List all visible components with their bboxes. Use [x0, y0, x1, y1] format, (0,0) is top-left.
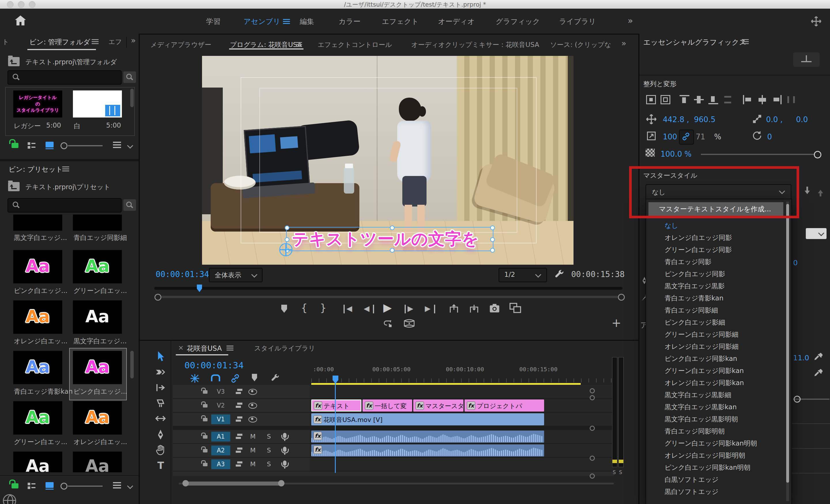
step-back-icon[interactable]: ◀: [364, 304, 370, 313]
lock-icon[interactable]: [203, 404, 208, 407]
go-to-in-icon[interactable]: [344, 305, 345, 313]
selection-handle[interactable]: [390, 248, 394, 253]
workspace-tab-color[interactable]: カラー: [339, 17, 360, 26]
comparison-view-icon[interactable]: [509, 302, 522, 314]
opacity-value[interactable]: 100.0 %: [661, 150, 691, 158]
menu-scrollbar-thumb[interactable]: [786, 204, 789, 483]
timeline-timecode[interactable]: 00:00:01:34: [185, 360, 244, 370]
go-to-out-icon[interactable]: ▶: [425, 304, 430, 313]
solo-button[interactable]: S: [267, 447, 271, 454]
go-to-in-icon[interactable]: ◀: [346, 304, 352, 313]
preset-label[interactable]: 黒文字白エッジ...: [14, 233, 67, 242]
style-option[interactable]: グリーン白エッジ同影kan: [648, 365, 797, 377]
selection-handle[interactable]: [285, 237, 289, 242]
sync-lock-icon[interactable]: [236, 447, 243, 453]
meter-solo-label[interactable]: S: [619, 469, 622, 475]
track-scroll-knob[interactable]: [589, 426, 595, 431]
style-option[interactable]: ピンク白エッジ影細: [648, 316, 797, 328]
ruler-ticks[interactable]: [311, 378, 614, 382]
workspace-tab-edit[interactable]: 編集: [300, 17, 314, 26]
lift-icon[interactable]: [448, 303, 459, 314]
bin-item-name[interactable]: 白: [74, 122, 81, 131]
monitor-panel-menu-icon[interactable]: [295, 42, 302, 47]
left-tab-overflow-icon[interactable]: »: [131, 36, 136, 45]
align-bottom-icon[interactable]: [708, 95, 718, 104]
selection-handle[interactable]: [490, 226, 495, 230]
workspace-tab-graphics[interactable]: グラフィック: [496, 17, 540, 26]
razor-tool[interactable]: [156, 399, 165, 408]
timeline-marker-icon[interactable]: [252, 374, 257, 381]
pen-tool[interactable]: [156, 429, 165, 440]
style-option[interactable]: 黒文字白エッジ黒影: [648, 280, 797, 292]
sync-lock-icon[interactable]: [236, 416, 243, 422]
style-option[interactable]: ピンク白エッジ同影: [648, 268, 797, 280]
program-timecode[interactable]: 00:00:01:34: [156, 270, 209, 279]
step-forward-icon[interactable]: ▶: [408, 304, 413, 313]
preset-thumbnail[interactable]: Aa: [73, 401, 122, 435]
extract-icon[interactable]: [469, 303, 480, 314]
workspace-overflow-icon[interactable]: »: [628, 15, 633, 26]
list-view-icon[interactable]: [28, 483, 36, 489]
monitor-zoom-track[interactable]: [161, 296, 618, 298]
anchor-y-value[interactable]: 0.0: [796, 115, 808, 124]
style-option[interactable]: 青白エッジ同影明朝: [648, 425, 797, 437]
style-option[interactable]: 青白エッジ同影細: [648, 304, 797, 316]
immersive-video-icon[interactable]: [404, 318, 415, 328]
preset-thumbnail[interactable]: Aa: [13, 401, 62, 435]
mute-button[interactable]: M: [250, 461, 256, 468]
hscroll-handle-left[interactable]: [183, 480, 189, 486]
workspace-tab-libraries[interactable]: ライブラリ: [559, 17, 596, 26]
selection-handle[interactable]: [285, 226, 289, 230]
style-option[interactable]: 青白エッジ青影kan: [648, 292, 797, 304]
font-style-select-fragment[interactable]: [806, 228, 827, 239]
hscroll-handle-right[interactable]: [278, 480, 284, 486]
align-vertical-center-icon[interactable]: [694, 95, 704, 104]
preset-thumbnail[interactable]: Aa: [73, 300, 122, 334]
tab-effect-controls[interactable]: エフェクトコントロール: [318, 40, 392, 49]
voiceover-mic-icon[interactable]: [283, 433, 286, 438]
parent-folder-icon[interactable]: [8, 182, 20, 191]
opacity-slider-handle[interactable]: [814, 151, 821, 158]
track-scroll-knob[interactable]: [589, 473, 595, 479]
rotation-value[interactable]: 0: [767, 132, 772, 141]
style-option[interactable]: 黒白ソフトエッジ: [648, 485, 797, 498]
track-select-tool[interactable]: [155, 368, 166, 377]
track-output-eye-icon[interactable]: [248, 403, 257, 409]
style-option[interactable]: 黒文字白エッジ黒影細: [648, 389, 797, 401]
tab-style-library[interactable]: スタイルライブラリ: [254, 344, 315, 353]
track-label[interactable]: V3: [211, 387, 230, 397]
bin-panel-menu-icon[interactable]: [92, 39, 99, 44]
align-horizontal-center-icon[interactable]: [757, 95, 767, 104]
style-option[interactable]: オレンジ白エッジ同影細: [648, 340, 797, 352]
tab-bin-folder[interactable]: ビン: 管理フォルダ: [29, 37, 90, 47]
anchor-x-value[interactable]: 0.0 ,: [766, 115, 783, 124]
tab-media-browser[interactable]: メディアブラウザー: [151, 40, 211, 49]
dock-panel-button[interactable]: [793, 53, 820, 67]
bin-preset-menu-icon[interactable]: [62, 166, 69, 171]
tab-program-monitor[interactable]: プログラム: 花咲音USA: [230, 40, 302, 49]
zoom-slider-handle[interactable]: [61, 142, 67, 149]
scrollbar[interactable]: [130, 351, 134, 378]
playback-loop-icon[interactable]: [383, 318, 393, 328]
align-center-vertical-frame-icon[interactable]: [661, 95, 670, 104]
clip-audio-a2[interactable]: fx: [311, 444, 544, 457]
mute-button[interactable]: M: [250, 433, 256, 440]
mark-out-icon[interactable]: }: [320, 302, 326, 314]
position-x-value[interactable]: 442.8 ,: [663, 115, 689, 124]
bin-search-input[interactable]: [7, 70, 122, 85]
monitor-zoom-handle-left[interactable]: [155, 294, 161, 301]
selection-handle[interactable]: [490, 248, 495, 253]
preset-label[interactable]: 黒文字白エッジ...: [73, 337, 127, 346]
preset-label[interactable]: グリーン白エッ...: [14, 437, 67, 446]
preset-search-input[interactable]: [7, 198, 122, 212]
play-button[interactable]: ▶: [383, 301, 392, 314]
position-y-value[interactable]: 960.5: [694, 115, 715, 124]
preset-label[interactable]: 青白エッジ同影細: [73, 233, 127, 242]
preset-label[interactable]: ピンク白エッジ...: [73, 387, 127, 396]
solo-button[interactable]: S: [267, 433, 271, 440]
home-icon[interactable]: [14, 15, 27, 26]
preset-label[interactable]: 青白エッジ青影kan: [14, 387, 73, 396]
track-scroll-knob[interactable]: [589, 456, 595, 461]
selection-handle[interactable]: [390, 226, 394, 230]
search-bin-button[interactable]: [123, 71, 136, 83]
